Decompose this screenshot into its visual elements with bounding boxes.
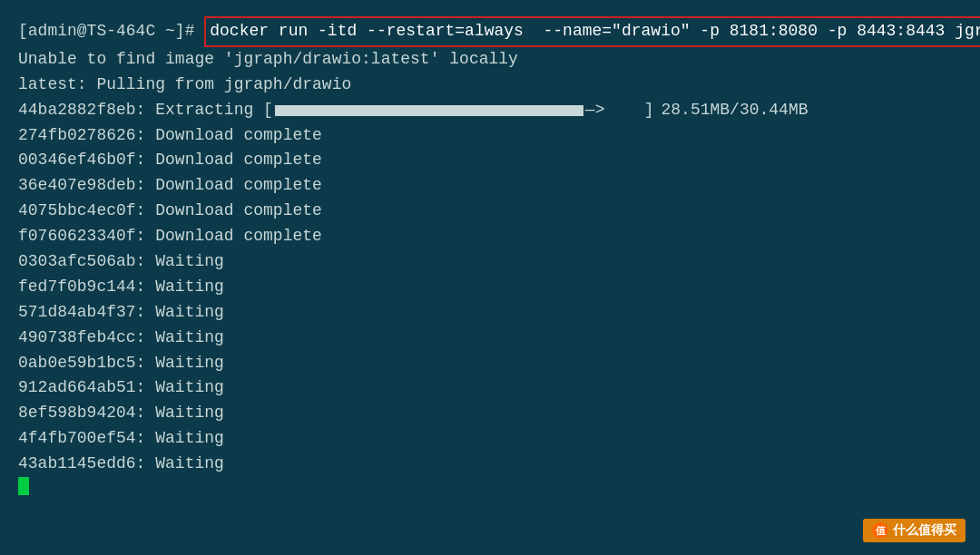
watermark: 值 什么值得买 [863, 519, 965, 542]
output-line-fed7: fed7f0b9c144: Waiting [18, 275, 962, 300]
watermark-text: 什么值得买 [893, 522, 956, 539]
output-line-4f4f: 4f4fb700ef54: Waiting [18, 426, 962, 452]
output-line-274f: 274fb0278626: Download complete [18, 123, 962, 149]
output-line-912a: 912ad664ab51: Waiting [18, 375, 962, 401]
output-line-4907: 490738feb4cc: Waiting [18, 326, 962, 351]
output-line-0ab0: 0ab0e59b1bc5: Waiting [18, 351, 962, 376]
terminal-cursor [18, 477, 29, 495]
output-line-unable: Unable to find image 'jgraph/drawio:late… [18, 47, 962, 73]
output-line-8ef5: 8ef598b94204: Waiting [18, 401, 962, 426]
progress-bar [275, 105, 583, 116]
output-line-4075: 4075bbc4ec0f: Download complete [18, 199, 962, 224]
output-line-36e4: 36e407e98deb: Download complete [18, 173, 962, 199]
command-line: [admin@TS-464C ~]# docker run -itd --res… [18, 16, 962, 47]
output-line-43ab: 43ab1145edd6: Waiting [18, 452, 962, 477]
output-line-progress: 44ba2882f8eb: Extracting [ —> ] 28.51MB/… [18, 98, 962, 123]
output-line-0303: 0303afc506ab: Waiting [18, 249, 962, 275]
cursor-line [18, 477, 962, 495]
output-line-571d: 571d84ab4f37: Waiting [18, 300, 962, 326]
progress-size: 28.51MB/30.44MB [661, 98, 808, 123]
prompt: [admin@TS-464C ~]# [18, 19, 194, 44]
command-text: docker run -itd --restart=always --name=… [204, 16, 980, 47]
output-line-latest: latest: Pulling from jgraph/drawio [18, 73, 962, 98]
output-line-0034: 00346ef46b0f: Download complete [18, 148, 962, 173]
output-line-f076: f0760623340f: Download complete [18, 224, 962, 249]
terminal-window: [admin@TS-464C ~]# docker run -itd --res… [0, 0, 980, 555]
watermark-icon: 值 [872, 522, 888, 539]
